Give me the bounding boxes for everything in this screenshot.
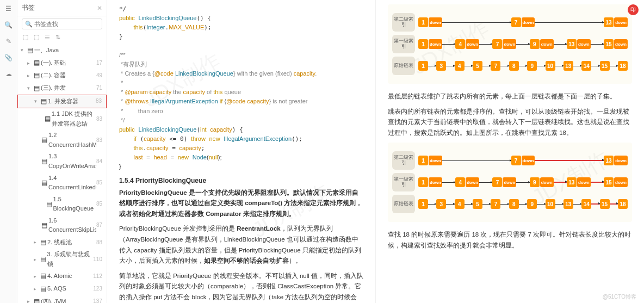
skiplist-diagram-1: 第二级索引1down7down13down第一级索引1down4down7dow… (388, 4, 632, 84)
tree-node[interactable]: ▾▤ 一、Java (17, 44, 107, 57)
bookmark-tree[interactable]: ▾▤ 一、Java▸▤ (一). 基础17▸▤ (二). 容器49▾▤ (三).… (17, 44, 107, 303)
para: PriorityBlockingQueue 是一个支持优先级的无界阻塞队列。默认… (119, 188, 363, 220)
code-block: */ public LinkedBlockingQueue() { this(I… (119, 4, 363, 171)
bookmarks-sidebar: 书签 ✕ 🔍 ⬚ ⬚ ☰ ⇅ ▾▤ 一、Java▸▤ (一). 基础17▸▤ (… (17, 0, 107, 303)
para: 跳表内的所有链表的元素都是排序的。查找时，可以从顶级链表开始找。一旦发现被查找的… (388, 107, 632, 139)
tool-add-icon[interactable]: ☰ (45, 34, 50, 41)
tree-node[interactable]: ▸▤ (四). JVM137 (17, 295, 107, 303)
tool-collapse-icon[interactable]: ⬚ (34, 34, 39, 41)
tree-node[interactable]: ▾▤ 1. 并发容器83 (17, 95, 107, 108)
tool-sort-icon[interactable]: ⇅ (55, 34, 60, 41)
close-icon[interactable]: ✕ (97, 4, 102, 12)
attach-icon[interactable]: 📎 (4, 53, 13, 62)
note-icon[interactable]: ✎ (4, 37, 13, 46)
page-watermark: @51CTO博客 (603, 293, 636, 301)
tree-node[interactable]: ▸▤ (二). 容器49 (17, 69, 107, 82)
tree-node[interactable]: ▸▤ 3. 乐观锁与悲观锁110 (17, 249, 107, 270)
para: 简单地说，它就是 PriorityQueue 的线程安全版本。不可以插入 nul… (119, 271, 363, 303)
search-input[interactable] (22, 18, 102, 29)
tree-node[interactable]: ▤ 1.6 ConcurrentSkipListMap87 (17, 215, 107, 236)
search-icon: 🔍 (25, 21, 33, 28)
bookmark-icon[interactable]: ☰ (4, 4, 13, 13)
heading-154: 1.5.4 PriorityBlockingQueue (119, 177, 363, 184)
tree-node[interactable]: ▸▤ (一). 基础17 (17, 57, 107, 69)
cloud-icon[interactable]: ☁ (4, 70, 13, 78)
sidebar-search: 🔍 (17, 16, 107, 32)
para: PriorityBlockingQueue 并发控制采用的是 Reentrant… (119, 224, 363, 266)
main-content: JDX制作 JDX制作 */ public LinkedBlockingQueu… (107, 0, 644, 303)
tree-node[interactable]: ▤ 1.5 BlockingQueue85 (17, 194, 107, 215)
tree-node[interactable]: ▾▤ (三). 并发71 (17, 82, 107, 95)
para: 最低层的链表维护了跳表内所有的元素，每上面一层链表都是下面一层的子集。 (388, 91, 632, 102)
sidebar-toolbar: ⬚ ⬚ ☰ ⇅ (17, 32, 107, 44)
para: 查找 18 的时候原来需要遍历 18 次，现在只需要 7 次即可。针对链表长度比… (388, 230, 632, 251)
tree-node[interactable]: ▤ 1.1 JDK 提供的并发容器总结83 (17, 108, 107, 129)
skiplist-diagram-2: 第二级索引1down7down13down第一级索引1down4down7dow… (388, 143, 632, 222)
tree-node[interactable]: ▤ 1.4 ConcurrentLinkedQueue85 (17, 172, 107, 194)
stamp-badge: 印 (628, 4, 639, 15)
tree-node[interactable]: ▸▤ 2. 线程池88 (17, 236, 107, 249)
tree-node[interactable]: ▸▤ 4. Atomic112 (17, 270, 107, 282)
icon-rail: ☰ 🔍 ✎ 📎 ☁ (0, 0, 17, 303)
tree-node[interactable]: ▤ 1.3 CopyOnWriteArrayList84 (17, 151, 107, 172)
sidebar-title: 书签 (22, 3, 35, 13)
sidebar-header: 书签 ✕ (17, 0, 107, 16)
page-left[interactable]: JDX制作 JDX制作 */ public LinkedBlockingQueu… (107, 0, 376, 303)
tree-node[interactable]: ▤ 1.2 ConcurrentHashMap83 (17, 129, 107, 151)
search-rail-icon[interactable]: 🔍 (4, 21, 13, 29)
page-right[interactable]: 印 JDX制作 JDX制作 第二级索引1down7down13down第一级索引… (376, 0, 644, 303)
tool-expand-icon[interactable]: ⬚ (23, 34, 28, 41)
tree-node[interactable]: ▸▤ 5. AQS123 (17, 283, 107, 295)
